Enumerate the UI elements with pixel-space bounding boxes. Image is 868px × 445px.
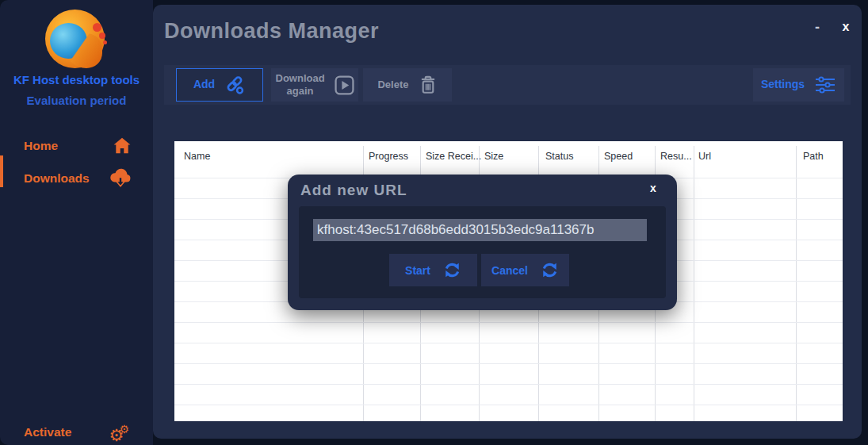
toolbar: Add Download again De (164, 65, 851, 105)
column-header-speed[interactable]: Speed (604, 151, 633, 162)
column-header-name[interactable]: Name (184, 151, 210, 162)
sidebar-item-label: Home (24, 139, 58, 153)
column-header-progress[interactable]: Progress (369, 151, 408, 162)
column-header-path[interactable]: Path (803, 151, 824, 162)
sidebar-item-activate[interactable]: Activate ⚙⚙ (0, 419, 153, 445)
app-logo (45, 10, 105, 68)
logo-swoosh (66, 33, 102, 68)
sliders-icon (814, 75, 836, 94)
refresh-icon (443, 261, 461, 279)
refresh-icon (541, 261, 559, 279)
dialog-title: Add new URL (300, 182, 407, 199)
sidebar-item-label: Downloads (24, 171, 90, 186)
add-button[interactable]: Add (176, 68, 263, 102)
sidebar-item-home[interactable]: Home (0, 132, 153, 164)
sidebar-item-downloads[interactable]: Downloads (0, 165, 153, 197)
sidebar-item-label: Activate (24, 425, 71, 439)
delete-button-label: Delete (377, 79, 408, 91)
add-url-dialog: Add new URL x kfhost:43ec517d68b6edd3015… (288, 175, 677, 310)
home-icon (112, 136, 132, 155)
gears-icon: ⚙⚙ (109, 427, 134, 443)
page-title: Downloads Manager (164, 19, 379, 44)
delete-button[interactable]: Delete (363, 68, 452, 102)
settings-button-label: Settings (761, 78, 805, 92)
start-button-label: Start (405, 264, 430, 277)
play-icon (335, 75, 354, 95)
close-button[interactable]: x (836, 20, 855, 39)
column-header-status[interactable]: Status (545, 151, 573, 162)
trash-icon (419, 75, 438, 95)
download-again-button[interactable]: Download again (271, 68, 358, 102)
column-header-url[interactable]: Url (698, 151, 711, 162)
license-status: Evaluation period (0, 94, 153, 107)
logo-dot (99, 33, 105, 39)
add-button-label: Add (193, 78, 215, 92)
column-header-size-received[interactable]: Size Recei... (426, 151, 481, 162)
cancel-button[interactable]: Cancel (481, 254, 569, 286)
sidebar: KF Host desktop tools Evaluation period … (0, 0, 153, 445)
settings-button[interactable]: Settings (753, 68, 844, 102)
brand-title: KF Host desktop tools (0, 73, 153, 86)
url-input[interactable]: kfhost:43ec517d68b6edd3015b3edc9a11367b (313, 219, 647, 241)
link-icon (224, 75, 246, 96)
dialog-body: kfhost:43ec517d68b6edd3015b3edc9a11367b … (299, 206, 666, 298)
cloud-download-icon (109, 168, 132, 190)
dialog-close-icon[interactable]: x (644, 182, 662, 199)
minimize-button[interactable]: - (808, 19, 827, 38)
column-header-resume[interactable]: Resu... (660, 151, 692, 162)
logo-dot (103, 40, 107, 44)
logo-dot (93, 23, 101, 32)
start-button[interactable]: Start (389, 254, 477, 286)
download-again-label: Download again (276, 72, 325, 98)
table-header: Name Progress Size Recei... Size Status … (174, 141, 843, 178)
column-header-size[interactable]: Size (484, 151, 503, 162)
cancel-button-label: Cancel (491, 264, 528, 277)
